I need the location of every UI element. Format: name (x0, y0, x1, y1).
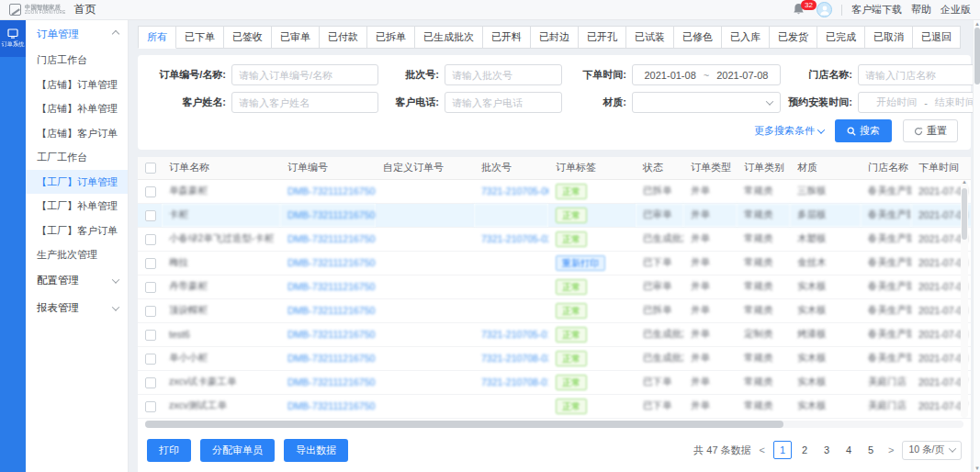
tab-已签收[interactable]: 已签收 (223, 26, 272, 49)
sidebar-item-【工厂】客户订单[interactable]: 【工厂】客户订单 (26, 219, 128, 243)
tab-已拆单[interactable]: 已拆单 (366, 26, 415, 49)
reset-button[interactable]: 重置 (903, 119, 958, 142)
rail-item-order-system[interactable]: 订单系统 (0, 20, 26, 57)
search-button[interactable]: 搜索 (835, 119, 892, 142)
help-link[interactable]: 帮助 (911, 3, 931, 17)
batch-no-input[interactable] (445, 64, 562, 85)
window-vscroll-thumb[interactable] (974, 28, 980, 84)
cell-order-number-link[interactable]: DMB-73211121675062 (280, 203, 376, 227)
print-button[interactable]: 打印 (147, 439, 191, 462)
cell-order-number-link[interactable]: DMB-73211121675063 (280, 179, 376, 203)
cell-order-number-link[interactable]: DMB-73211121675058 (280, 298, 376, 322)
table-vscroll-thumb[interactable] (962, 188, 967, 240)
table-horizontal-scrollbar[interactable] (145, 421, 963, 428)
sidebar-group-报表管理[interactable]: 报表管理 (26, 295, 128, 322)
sidebar-group-配置管理[interactable]: 配置管理 (26, 267, 128, 295)
tab-已审单[interactable]: 已审单 (271, 26, 320, 49)
store-name-input[interactable] (858, 64, 980, 85)
table-vertical-scrollbar[interactable]: ▲ (961, 181, 968, 418)
customer-phone-input[interactable] (445, 92, 562, 113)
cell-order-number-link[interactable]: DMB-73211121675060 (280, 251, 376, 275)
order-time-start: 2021-01-08 (645, 70, 696, 81)
sidebar-group-订单管理[interactable]: 订单管理 (26, 20, 128, 48)
page-1[interactable]: 1 (773, 441, 792, 459)
tab-已开孔[interactable]: 已开孔 (578, 26, 626, 49)
cell-order-number-link[interactable]: DMB-73211121675057 (280, 322, 376, 346)
tab-已试装[interactable]: 已试装 (625, 26, 674, 49)
row-checkbox[interactable] (145, 377, 156, 388)
sidebar-item-【工厂】订单管理[interactable]: 【工厂】订单管理 (26, 170, 128, 195)
cell-order-number-link[interactable]: DMB-73211121675061 (280, 227, 376, 251)
cell-batch-number-link[interactable]: 7321-210705-02 (474, 227, 548, 251)
sidebar-item-工厂工作台[interactable]: 工厂工作台 (26, 145, 128, 170)
next-page-button[interactable]: > (886, 444, 896, 455)
install-time-range-picker[interactable]: 开始时间 - 结束时间 (858, 92, 980, 113)
scroll-up-icon: ▲ (974, 21, 980, 27)
sidebar-item-【工厂】补单管理[interactable]: 【工厂】补单管理 (26, 194, 128, 219)
more-filters-label: 更多搜索条件 (754, 124, 815, 138)
tab-已付款[interactable]: 已付款 (319, 26, 367, 49)
row-checkbox[interactable] (145, 354, 156, 365)
order-tag-badge: 正常 (556, 375, 587, 390)
sidebar-item-门店工作台[interactable]: 门店工作台 (26, 48, 128, 73)
tab-已修色[interactable]: 已修色 (673, 26, 722, 49)
cell-order-category: 常规类 (737, 298, 790, 322)
tab-已取消[interactable]: 已取消 (864, 26, 913, 49)
material-select[interactable] (632, 92, 781, 113)
cell-status: 已下单 (636, 251, 683, 275)
chevron-down-icon (766, 97, 773, 105)
row-checkbox[interactable] (145, 186, 156, 197)
order-no-input[interactable] (231, 64, 378, 85)
sidebar-item-生产批次管理[interactable]: 生产批次管理 (26, 242, 128, 267)
export-data-button[interactable]: 导出数据 (284, 439, 348, 462)
cell-store-name: 春美生产部 (861, 298, 911, 322)
select-all-checkbox[interactable] (145, 163, 156, 174)
tab-所有[interactable]: 所有 (138, 26, 176, 49)
tab-已封边[interactable]: 已封边 (530, 26, 579, 49)
page-3[interactable]: 3 (817, 441, 836, 459)
row-checkbox[interactable] (145, 210, 156, 221)
row-checkbox[interactable] (145, 282, 156, 293)
page-2[interactable]: 2 (795, 441, 814, 459)
row-checkbox[interactable] (145, 306, 156, 317)
cell-order-number-link[interactable]: DMB-73211121675055 (280, 370, 376, 394)
cell-order-number-link[interactable]: DMB-73211121675056 (280, 346, 376, 370)
sidebar-item-【店铺】补单管理[interactable]: 【店铺】补单管理 (26, 96, 128, 121)
more-filters-link[interactable]: 更多搜索条件 (754, 124, 824, 138)
tab-已下单[interactable]: 已下单 (175, 26, 224, 49)
cell-batch-number-link[interactable]: 7321-210708-01 (474, 370, 548, 394)
enterprise-link[interactable]: 企业版 (941, 3, 971, 17)
table-hscroll-thumb[interactable] (145, 421, 783, 428)
tab-已生成批次[interactable]: 已生成批次 (414, 26, 483, 49)
sidebar-item-【店铺】订单管理[interactable]: 【店铺】订单管理 (26, 73, 128, 97)
tab-已退回[interactable]: 已退回 (912, 26, 961, 49)
assign-reviewer-button[interactable]: 分配审单员 (200, 439, 275, 462)
reset-button-label: 重置 (927, 124, 947, 138)
tab-已发货[interactable]: 已发货 (769, 26, 817, 49)
customer-name-input[interactable] (231, 92, 378, 113)
notifications-button[interactable]: 32 (793, 3, 807, 17)
window-vertical-scrollbar[interactable]: ▲ ▼ (973, 20, 980, 472)
sidebar-item-【店铺】客户订单[interactable]: 【店铺】客户订单 (26, 121, 128, 146)
row-checkbox[interactable] (145, 330, 156, 341)
page-4[interactable]: 4 (839, 441, 858, 459)
cell-batch-number-link[interactable]: 7321-210708-03 (474, 346, 548, 370)
tab-已完成[interactable]: 已完成 (817, 26, 865, 49)
logo-icon (9, 4, 21, 16)
page-size-select[interactable]: 10 条/页 (902, 441, 962, 460)
row-checkbox[interactable] (145, 234, 156, 245)
app-logo[interactable]: 中国智能家居 ZOON FURNITURE 首页 (9, 2, 96, 17)
cell-batch-number-link[interactable]: 7321-210705-06 (474, 179, 548, 203)
avatar[interactable] (817, 2, 832, 17)
client-download-link[interactable]: 客户端下载 (851, 3, 902, 17)
tab-已入库[interactable]: 已入库 (721, 26, 770, 49)
cell-batch-number-link[interactable]: 7321-210705-01 (474, 322, 548, 346)
cell-order-number-link[interactable]: DMB-73211121675059 (280, 275, 376, 298)
page-5[interactable]: 5 (862, 441, 880, 459)
prev-page-button[interactable]: < (758, 444, 767, 455)
order-time-range-picker[interactable]: 2021-01-08 ~ 2021-07-08 (632, 64, 781, 85)
row-checkbox[interactable] (145, 401, 156, 412)
cell-order-number-link[interactable]: DMB-73211121675054 (280, 394, 376, 418)
row-checkbox[interactable] (145, 258, 156, 269)
tab-已开料[interactable]: 已开料 (482, 26, 531, 49)
